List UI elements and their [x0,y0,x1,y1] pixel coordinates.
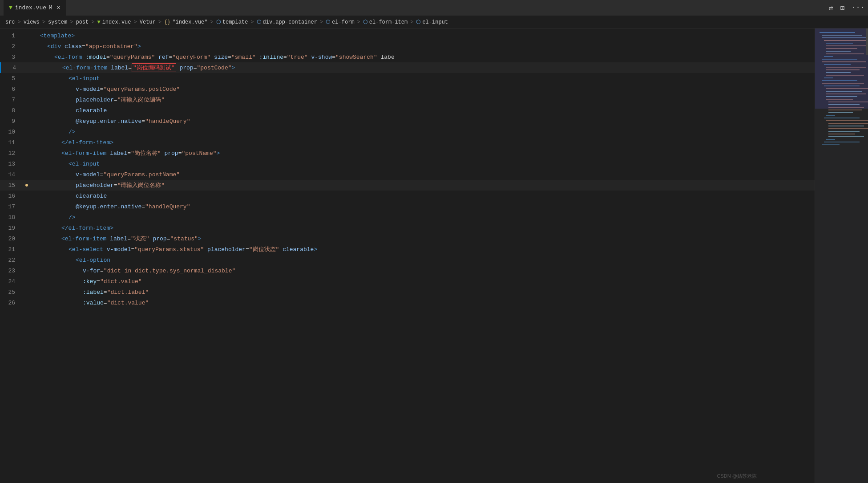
line-number-15: 15 [0,182,22,189]
line-number-16: 16 [0,193,22,199]
breadcrumb-box-icon-3: ⬡ [326,19,330,25]
line-content-19: </el-form-item> [31,225,815,231]
breadcrumb-sep-2: > [42,19,45,25]
code-line-12: 12 <el-form-item label="岗位名称" prop="post… [0,148,815,158]
split-editor-icon[interactable]: ⊡ [840,4,845,12]
breadcrumb-index-vue[interactable]: index.vue [102,19,131,25]
code-line-10: 10 /> [0,126,815,137]
breadcrumb-el-form-item[interactable]: el-form-item [369,19,408,25]
breadcrumb-box-icon-4: ⬡ [363,19,367,25]
svg-rect-38 [828,134,855,134]
svg-rect-40 [826,139,835,140]
line-number-11: 11 [0,139,22,146]
code-line-22: 22 <el-option [0,255,815,265]
more-actions-icon[interactable]: ··· [852,4,864,12]
breadcrumb-sep-9: > [320,19,323,25]
tab-filename: index.vue [15,4,46,11]
line-number-7: 7 [0,97,22,103]
line-number-9: 9 [0,118,22,125]
line-content-8: clearable [31,107,815,114]
line-number-5: 5 [0,75,22,82]
breadcrumb-src[interactable]: src [5,19,15,25]
line-content-5: <el-input [31,75,815,82]
breadcrumb-box-icon-2: ⬡ [257,19,261,25]
breadcrumb-div-app[interactable]: div.app-container [263,19,317,25]
title-bar-actions: ⇄ ⊡ ··· [829,4,864,12]
line-content-11: </el-form-item> [31,139,815,146]
code-line-14: 14 v-model="queryParams.postName" [0,169,815,180]
line-number-13: 13 [0,161,22,167]
svg-rect-31 [826,115,835,116]
line-content-14: v-model="queryParams.postName" [31,171,815,178]
minimap[interactable] [815,28,868,483]
vertical-scrollbar[interactable] [757,28,761,483]
code-line-15: 15 ● placeholder="请输入岗位名称" [0,180,815,191]
svg-rect-37 [828,131,860,132]
svg-rect-41 [824,142,860,142]
svg-rect-42 [822,144,840,145]
code-lines: 1 <template> 2 <div class="app-container… [0,28,815,308]
svg-rect-29 [828,110,862,110]
breadcrumb-post[interactable]: post [76,19,89,25]
code-line-5: 5 <el-input [0,73,815,84]
minimap-content [815,28,868,483]
line-number-17: 17 [0,203,22,210]
code-line-6: 6 v-model="queryParams.postCode" [0,84,815,94]
breadcrumb-el-input[interactable]: el-input [422,19,448,25]
line-number-12: 12 [0,150,22,157]
breadcrumb-views[interactable]: views [24,19,40,25]
line-content-20: <el-form-item label="状态" prop="status"> [31,235,815,243]
line-content-23: v-for="dict in dict.type.sys_normal_disa… [31,268,815,274]
svg-rect-30 [828,112,853,113]
breadcrumb-box-icon-1: ⬡ [216,19,221,25]
code-line-3: 3 <el-form :model="queryParams" ref="que… [0,52,815,62]
line-content-12: <el-form-item label="岗位名称" prop="postNam… [31,149,815,157]
line-number-24: 24 [0,278,22,285]
vue-file-icon: ▼ [9,4,12,11]
line-number-10: 10 [0,129,22,135]
code-line-21: 21 <el-select v-model="queryParams.statu… [0,244,815,255]
line-number-14: 14 [0,171,22,178]
code-line-20: 20 <el-form-item label="状态" prop="status… [0,233,815,244]
line-content-24: :key="dict.value" [31,278,815,285]
breadcrumb-system[interactable]: system [48,19,67,25]
minimap-scrollbar[interactable] [866,28,868,55]
line-content-3: <el-form :model="queryParams" ref="query… [31,54,815,61]
breadcrumb-sep-7: > [210,19,214,25]
breadcrumb-index-vue-2[interactable]: "index.vue" [172,19,207,25]
line-content-10: /> [31,129,815,135]
line-content-2: <div class="app-container"> [31,43,815,50]
breadcrumb-curly-icon: {} [164,19,170,25]
line-number-22: 22 [0,257,22,264]
line-number-1: 1 [0,32,22,39]
code-line-18: 18 /> [0,212,815,223]
breadcrumb-vetur[interactable]: Vetur [140,19,156,25]
code-line-16: 16 clearable [0,191,815,201]
line-number-20: 20 [0,235,22,242]
breadcrumb-sep-11: > [410,19,413,25]
line-number-2: 2 [0,43,22,50]
watermark: CSDN @姑苏老陈 [717,473,757,479]
code-line-7: 7 placeholder="请输入岗位编码" [0,94,815,105]
svg-rect-35 [828,126,864,126]
code-line-11: 11 </el-form-item> [0,137,815,148]
active-tab[interactable]: ▼ index.vue M × [4,0,66,16]
code-area[interactable]: 1 <template> 2 <div class="app-container… [0,28,815,483]
editor-container: 1 <template> 2 <div class="app-container… [0,28,868,483]
line-content-18: /> [31,214,815,221]
source-control-icon[interactable]: ⇄ [829,4,833,12]
line-number-4: 4 [1,65,23,71]
line-content-16: clearable [31,193,815,199]
breadcrumb-sep-1: > [18,19,21,25]
line-content-15: placeholder="请输入岗位名称" [31,181,815,189]
breadcrumb: src > views > system > post > ▼ index.vu… [0,16,868,28]
breadcrumb-sep-6: > [158,19,161,25]
line-number-8: 8 [0,107,22,114]
breadcrumb-sep-5: > [133,19,137,25]
tab-modified-indicator: M [49,5,52,11]
breadcrumb-vue-icon: ▼ [97,19,100,25]
breadcrumb-el-form[interactable]: el-form [332,19,354,25]
tab-close-button[interactable]: × [57,4,60,12]
breadcrumb-template[interactable]: template [222,19,248,25]
line-number-19: 19 [0,225,22,231]
